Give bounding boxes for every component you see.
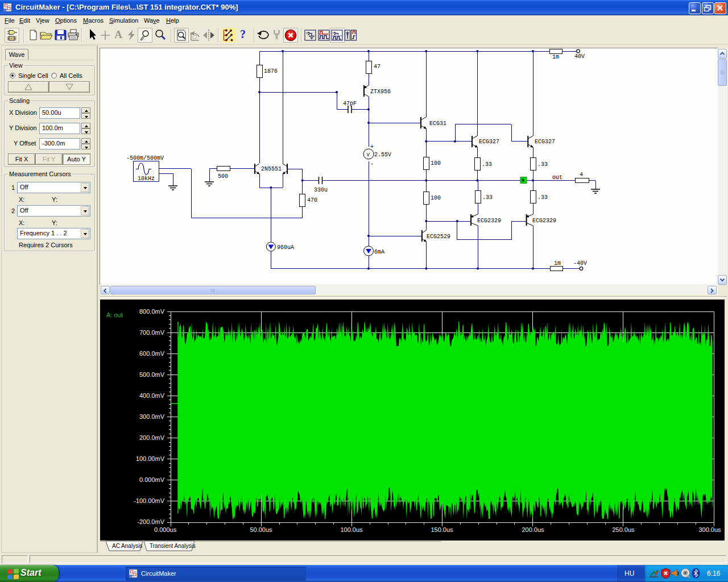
svg-text:800.0mV: 800.0mV	[139, 308, 165, 315]
svg-text:0.000us: 0.000us	[154, 526, 177, 533]
svg-text:2.55V: 2.55V	[374, 152, 391, 158]
svg-text:ZTX956: ZTX956	[370, 89, 391, 95]
svg-text:AC Analysis: AC Analysis	[112, 543, 142, 549]
svg-text:300.0mV: 300.0mV	[139, 413, 165, 420]
svg-text:500: 500	[218, 173, 228, 180]
svg-text:100: 100	[431, 195, 441, 201]
svg-text:100: 100	[431, 160, 441, 167]
svg-text:1m: 1m	[552, 54, 559, 60]
svg-text:A: out: A: out	[106, 311, 123, 318]
svg-text:1876: 1876	[264, 68, 278, 74]
svg-text:-200.0mV: -200.0mV	[137, 518, 164, 525]
svg-text:100.00mV: 100.00mV	[136, 455, 165, 462]
svg-text:2N5551: 2N5551	[261, 166, 282, 172]
svg-text:out: out	[552, 174, 562, 181]
svg-text:ECG2529: ECG2529	[427, 234, 450, 240]
svg-text:300.0us: 300.0us	[698, 526, 721, 533]
svg-text:-40V: -40V	[573, 260, 587, 267]
svg-text:A: A	[522, 178, 525, 184]
svg-text:ECG2329: ECG2329	[477, 218, 501, 224]
svg-text:200.0us: 200.0us	[522, 526, 544, 533]
svg-text:100.0us: 100.0us	[340, 526, 363, 533]
svg-text:-: -	[370, 161, 374, 167]
svg-text:6mA: 6mA	[374, 249, 384, 255]
svg-text:330u: 330u	[314, 187, 328, 193]
svg-text:-100.00mV: -100.00mV	[134, 497, 164, 504]
svg-text:400.0mV: 400.0mV	[139, 392, 165, 399]
svg-text:470: 470	[307, 197, 317, 203]
svg-text:4: 4	[580, 172, 583, 178]
svg-text:ECG327: ECG327	[479, 139, 499, 145]
svg-text:ECG31: ECG31	[429, 120, 446, 127]
svg-text:150.0us: 150.0us	[431, 526, 453, 533]
svg-text:ECG2329: ECG2329	[532, 218, 556, 224]
svg-text:.33: .33	[537, 194, 548, 201]
svg-text:200.0mV: 200.0mV	[139, 434, 165, 441]
svg-text:47pF: 47pF	[343, 101, 357, 107]
svg-text:0.000mV: 0.000mV	[139, 476, 165, 483]
svg-text:.33: .33	[482, 194, 493, 201]
svg-text:250.0us: 250.0us	[612, 526, 635, 533]
svg-text:700.0mV: 700.0mV	[139, 329, 165, 336]
svg-text:V: V	[367, 152, 370, 158]
svg-text:Transient Analysis: Transient Analysis	[150, 543, 196, 549]
svg-text:ECG327: ECG327	[535, 139, 555, 145]
svg-text:.33: .33	[537, 161, 548, 168]
svg-text:500.0mV: 500.0mV	[139, 371, 165, 378]
svg-text:600.0mV: 600.0mV	[139, 350, 165, 357]
svg-text:+: +	[370, 144, 374, 150]
svg-text:50.00us: 50.00us	[250, 526, 272, 533]
svg-text:1m: 1m	[554, 260, 561, 267]
svg-text:47: 47	[374, 64, 380, 70]
svg-text:-500m/500mV: -500m/500mV	[126, 155, 164, 161]
svg-text:40V: 40V	[574, 53, 585, 60]
svg-text:10kHz: 10kHz	[138, 176, 155, 182]
svg-text:.33: .33	[482, 161, 492, 168]
svg-text:960uA: 960uA	[277, 244, 294, 251]
